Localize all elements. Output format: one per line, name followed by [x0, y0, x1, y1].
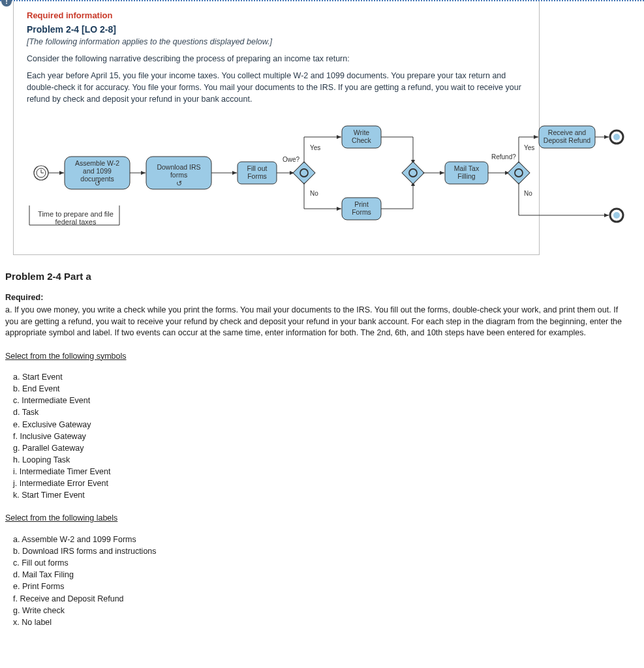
svg-text:Check: Check — [352, 136, 372, 144]
symbol-option: c. Intermediate Event — [13, 395, 631, 406]
alert-icon: ! — [1, 0, 12, 7]
svg-text:Fill out: Fill out — [247, 164, 268, 172]
label-option: c. Fill out forms — [13, 557, 631, 569]
svg-rect-23 — [402, 162, 424, 184]
required-info-heading: Required information — [27, 10, 526, 20]
label-option: f. Receive and Deposit Refund — [13, 593, 631, 605]
symbol-option: i. Intermediate Timer Event — [13, 466, 631, 478]
narrative-intro: Consider the following narrative describ… — [27, 53, 526, 65]
symbol-option: k. Start Timer Event — [13, 489, 631, 501]
task-write-check: Write Check — [342, 126, 381, 148]
part-heading: Problem 2-4 Part a — [5, 271, 644, 282]
page-top-divider: ! — [0, 0, 644, 1]
svg-text:Forms: Forms — [247, 172, 267, 180]
symbols-heading: Select from the following symbols — [5, 351, 631, 363]
labels-heading: Select from the following labels — [5, 513, 631, 524]
label-option: a. Assemble W-2 and 1099 Forms — [13, 534, 631, 545]
gateway-owe-label: Owe? — [283, 156, 300, 163]
gateway-refund-label: Refund? — [491, 153, 516, 160]
bpmn-diagram: Assemble W-2and 1099documents ↺ Download… — [15, 111, 628, 241]
label-option: e. Print Forms — [13, 581, 631, 592]
task-download: Download IRSforms ↺ — [146, 157, 211, 189]
problem-title: Problem 2-4 [LO 2-8] — [27, 24, 526, 35]
label-option: d. Mail Tax Filing — [13, 569, 631, 581]
svg-text:↺: ↺ — [95, 179, 100, 187]
symbol-option: a. Start Event — [13, 371, 631, 383]
task-mail-tax: Mail Tax Filling — [445, 162, 488, 184]
end-event-2 — [610, 209, 623, 222]
applies-note: [The following information applies to th… — [27, 37, 526, 46]
symbol-option: g. Parallel Gateway — [13, 442, 631, 454]
task-fillout: Fill out Forms — [238, 162, 277, 184]
svg-text:Forms: Forms — [352, 208, 371, 216]
svg-text:Deposit Refund: Deposit Refund — [544, 136, 591, 144]
edge-owe-yes: Yes — [310, 144, 320, 151]
start-timer-event — [34, 166, 48, 180]
required-label: Required: — [5, 292, 631, 304]
symbol-option: j. Intermediate Error Event — [13, 478, 631, 489]
symbol-option: b. End Event — [13, 383, 631, 395]
task-receive-refund: Receive and Deposit Refund — [539, 126, 595, 148]
svg-text:Filling: Filling — [457, 172, 476, 180]
symbols-list: a. Start Eventb. End Eventc. Intermediat… — [13, 371, 631, 501]
required-info-panel: Required information Problem 2-4 [LO 2-8… — [13, 1, 540, 255]
gateway-owe: Owe? — [283, 156, 315, 184]
symbol-option: e. Exclusive Gateway — [13, 419, 631, 431]
svg-point-39 — [613, 212, 620, 219]
task-assemble: Assemble W-2and 1099documents ↺ — [65, 157, 130, 189]
label-option: b. Download IRS forms and instructions — [13, 545, 631, 557]
edge-owe-no: No — [310, 190, 318, 197]
lane-label: Time to prepare and file federal taxes — [33, 210, 118, 226]
narrative-body: Each year before April 15, you file your… — [27, 70, 526, 105]
svg-text:↺: ↺ — [176, 179, 182, 187]
svg-text:Print: Print — [354, 200, 369, 208]
edge-refund-no: No — [524, 190, 532, 197]
symbol-option: f. Inclusive Gateway — [13, 431, 631, 442]
symbol-option: h. Looping Task — [13, 454, 631, 466]
label-option: x. No label — [13, 616, 631, 628]
svg-rect-30 — [508, 162, 530, 184]
svg-point-37 — [613, 134, 620, 140]
required-text: a. If you owe money, you write a check w… — [5, 305, 631, 339]
gateway-merge — [402, 162, 424, 184]
svg-text:Receive and: Receive and — [548, 129, 587, 136]
symbol-option: d. Task — [13, 406, 631, 418]
gateway-refund: Refund? — [491, 153, 530, 184]
edge-refund-yes: Yes — [524, 144, 534, 151]
end-event-1 — [610, 130, 623, 144]
task-print-forms: Print Forms — [342, 198, 381, 220]
svg-text:Write: Write — [354, 129, 369, 136]
required-section: Required: a. If you owe money, you write… — [5, 292, 631, 628]
svg-text:Mail Tax: Mail Tax — [454, 164, 480, 172]
svg-rect-15 — [293, 162, 315, 184]
label-option: g. Write check — [13, 605, 631, 616]
labels-list: a. Assemble W-2 and 1099 Formsb. Downloa… — [13, 534, 631, 628]
